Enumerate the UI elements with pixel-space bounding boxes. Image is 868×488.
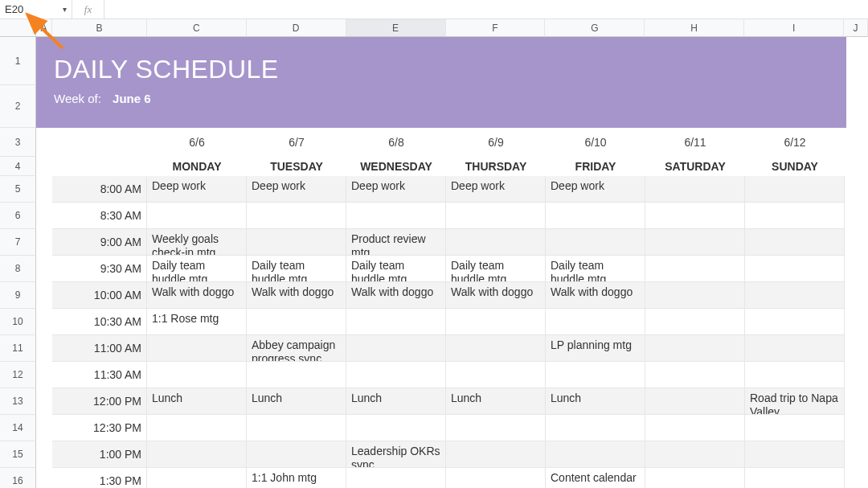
schedule-cell[interactable]: [247, 415, 346, 441]
time-cell[interactable]: 11:00 AM: [52, 335, 147, 362]
schedule-cell[interactable]: [745, 176, 845, 203]
schedule-cell[interactable]: Walk with doggo: [546, 282, 645, 309]
schedule-cell[interactable]: Deep work: [247, 176, 346, 203]
schedule-cell[interactable]: [745, 441, 845, 468]
schedule-cell[interactable]: Walk with doggo: [247, 282, 346, 309]
time-cell[interactable]: 8:00 AM: [52, 176, 147, 203]
date-cell[interactable]: 6/8: [346, 128, 446, 157]
column-header-H[interactable]: H: [645, 19, 744, 37]
day-cell[interactable]: SATURDAY: [645, 157, 745, 176]
schedule-cell[interactable]: Lunch: [446, 388, 546, 415]
schedule-cell[interactable]: [147, 441, 247, 468]
schedule-cell[interactable]: [247, 203, 346, 229]
schedule-cell[interactable]: [745, 415, 845, 441]
schedule-cell[interactable]: [645, 415, 745, 441]
column-header-D[interactable]: D: [247, 19, 346, 37]
schedule-cell[interactable]: Abbey campaign progress sync mtg: [247, 335, 346, 362]
schedule-cell[interactable]: [645, 468, 745, 488]
date-cell[interactable]: 6/9: [446, 128, 546, 157]
date-cell[interactable]: 6/6: [147, 128, 247, 157]
row-header-8[interactable]: 8: [0, 256, 36, 282]
schedule-cell[interactable]: [745, 362, 845, 388]
schedule-cell[interactable]: [147, 362, 247, 388]
column-header-E[interactable]: E: [346, 19, 446, 37]
schedule-cell[interactable]: [346, 309, 446, 335]
schedule-cell[interactable]: Lunch: [147, 388, 247, 415]
time-cell[interactable]: 10:30 AM: [52, 309, 147, 335]
schedule-cell[interactable]: [446, 468, 546, 488]
schedule-cell[interactable]: [147, 335, 247, 362]
schedule-cell[interactable]: Deep work: [446, 176, 546, 203]
schedule-cell[interactable]: [645, 388, 745, 415]
schedule-cell[interactable]: [346, 362, 446, 388]
schedule-cell[interactable]: [546, 309, 645, 335]
schedule-cell[interactable]: LP planning mtg: [546, 335, 645, 362]
schedule-cell[interactable]: Walk with doggo: [147, 282, 247, 309]
schedule-cell[interactable]: [745, 229, 845, 256]
time-cell[interactable]: 9:00 AM: [52, 229, 147, 256]
schedule-cell[interactable]: [745, 309, 845, 335]
schedule-cell[interactable]: [446, 335, 546, 362]
day-cell[interactable]: THURSDAY: [446, 157, 546, 176]
schedule-cell[interactable]: [745, 203, 845, 229]
schedule-cell[interactable]: Weekly goals check-in mtg: [147, 229, 247, 256]
schedule-cell[interactable]: [645, 335, 745, 362]
schedule-cell[interactable]: Daily team huddle mtg: [346, 256, 446, 282]
schedule-cell[interactable]: [346, 415, 446, 441]
schedule-cell[interactable]: [645, 229, 745, 256]
day-cell[interactable]: TUESDAY: [247, 157, 346, 176]
time-cell[interactable]: 12:30 PM: [52, 415, 147, 441]
schedule-cell[interactable]: Product review mtg: [346, 229, 446, 256]
time-cell[interactable]: 8:30 AM: [52, 203, 147, 229]
schedule-cell[interactable]: [446, 362, 546, 388]
name-box[interactable]: E20 ▾: [0, 0, 72, 18]
row-header-11[interactable]: 11: [0, 335, 36, 362]
schedule-cell[interactable]: [546, 229, 645, 256]
schedule-cell[interactable]: 1:1 John mtg: [247, 468, 346, 488]
schedule-cell[interactable]: [247, 229, 346, 256]
schedule-cell[interactable]: [247, 309, 346, 335]
schedule-cell[interactable]: [645, 203, 745, 229]
row-header-12[interactable]: 12: [0, 362, 36, 388]
schedule-cell[interactable]: Lunch: [546, 388, 645, 415]
time-cell[interactable]: 10:00 AM: [52, 282, 147, 309]
row-header-1[interactable]: 1: [0, 37, 36, 85]
time-cell[interactable]: 9:30 AM: [52, 256, 147, 282]
row-header-9[interactable]: 9: [0, 282, 36, 309]
schedule-cell[interactable]: Daily team huddle mtg: [247, 256, 346, 282]
row-header-14[interactable]: 14: [0, 415, 36, 441]
day-cell[interactable]: SUNDAY: [745, 157, 845, 176]
schedule-cell[interactable]: [645, 256, 745, 282]
schedule-cell[interactable]: [346, 203, 446, 229]
schedule-cell[interactable]: [147, 468, 247, 488]
column-header-C[interactable]: C: [147, 19, 247, 37]
schedule-cell[interactable]: Walk with doggo: [346, 282, 446, 309]
row-header-6[interactable]: 6: [0, 203, 36, 229]
row-header-5[interactable]: 5: [0, 176, 36, 203]
column-header-I[interactable]: I: [744, 19, 844, 37]
day-cell[interactable]: MONDAY: [147, 157, 247, 176]
date-cell[interactable]: 6/11: [645, 128, 745, 157]
row-header-13[interactable]: 13: [0, 388, 36, 415]
date-cell[interactable]: 6/7: [247, 128, 346, 157]
schedule-cell[interactable]: [546, 362, 645, 388]
schedule-cell[interactable]: [346, 335, 446, 362]
schedule-cell[interactable]: [147, 415, 247, 441]
row-header-16[interactable]: 16: [0, 468, 36, 488]
schedule-cell[interactable]: [745, 282, 845, 309]
schedule-cell[interactable]: Content calendar: [546, 468, 645, 488]
schedule-cell[interactable]: [645, 282, 745, 309]
schedule-cell[interactable]: [546, 203, 645, 229]
date-cell[interactable]: 6/12: [745, 128, 845, 157]
schedule-cell[interactable]: Daily team huddle mtg: [147, 256, 247, 282]
day-cell[interactable]: FRIDAY: [546, 157, 645, 176]
formula-input[interactable]: [104, 0, 868, 18]
schedule-cell[interactable]: [446, 229, 546, 256]
schedule-cell[interactable]: Lunch: [247, 388, 346, 415]
schedule-cell[interactable]: [346, 468, 446, 488]
row-header-2[interactable]: 2: [0, 85, 36, 128]
schedule-cell[interactable]: Daily team huddle mtg: [446, 256, 546, 282]
date-cell[interactable]: 6/10: [546, 128, 645, 157]
schedule-cell[interactable]: [745, 468, 845, 488]
schedule-cell[interactable]: [645, 362, 745, 388]
